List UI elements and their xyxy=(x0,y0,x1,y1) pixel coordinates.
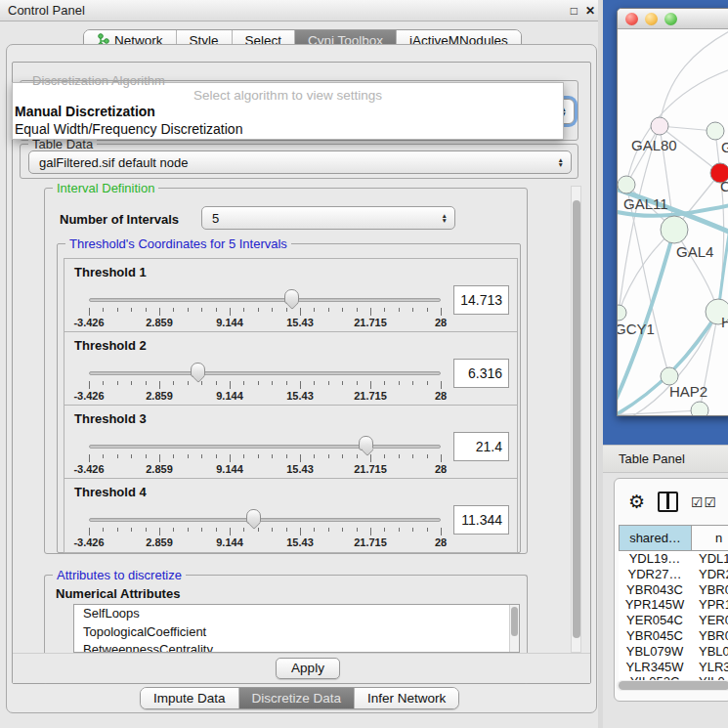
slider-tick-label: 2.859 xyxy=(146,536,173,548)
bottom-tab-label: Impute Data xyxy=(153,691,226,706)
attribute-list-item[interactable]: BetweennessCentrality xyxy=(74,641,519,653)
minimize-traffic-light-icon[interactable] xyxy=(645,13,658,25)
threshold-slider[interactable]: -3.4262.8599.14415.4321.71528 xyxy=(84,433,446,478)
table-horizontal-scroll-thumb[interactable] xyxy=(619,681,728,690)
table-row[interactable]: YDL19…YDL1 xyxy=(619,551,728,567)
slider-track[interactable] xyxy=(89,371,441,375)
table-row[interactable]: YBL079WYBL0 xyxy=(619,644,728,660)
slider-tick xyxy=(272,454,273,458)
bottom-tab-discretize-data[interactable]: Discretize Data xyxy=(239,688,356,708)
slider-tick xyxy=(216,454,217,458)
table-row[interactable]: YDR27…YDR2 xyxy=(619,567,728,582)
apply-button[interactable]: Apply xyxy=(276,658,340,679)
threshold-slider[interactable]: -3.4262.8599.14415.4321.71528 xyxy=(84,286,446,331)
slider-tick xyxy=(146,528,147,532)
table-cell: YBL0 xyxy=(691,644,728,660)
table-cell: YBL079W xyxy=(619,644,691,660)
zoom-traffic-light-icon[interactable] xyxy=(664,13,677,25)
bottom-tab-impute-data[interactable]: Impute Data xyxy=(141,688,239,708)
slider-tick xyxy=(89,528,90,535)
bottom-tab-label: Discretize Data xyxy=(252,691,342,706)
slider-tick xyxy=(399,381,400,385)
network-node[interactable] xyxy=(618,176,635,193)
slider-thumb[interactable] xyxy=(246,509,261,524)
slider-tick xyxy=(370,454,371,462)
table-row[interactable]: YBR045CYBR0 xyxy=(619,628,728,644)
slider-thumb[interactable] xyxy=(191,363,205,377)
slider-tick-label: 21.715 xyxy=(354,317,387,328)
split-columns-icon[interactable] xyxy=(658,492,678,512)
checkbox-columns-icon[interactable]: ☑☑ xyxy=(691,494,717,510)
slider-tick xyxy=(173,308,174,312)
slider-tick xyxy=(342,454,343,458)
slider-tick xyxy=(201,381,202,385)
number-of-intervals-label: Number of Intervals xyxy=(60,212,179,227)
threshold-value-field[interactable]: 6.316 xyxy=(453,359,509,388)
node-table: shared…n YDL19…YDL1YDR27…YDR2YBR043CYBR0… xyxy=(619,525,728,690)
slider-thumb[interactable] xyxy=(359,436,373,450)
slider-track[interactable] xyxy=(89,518,441,522)
threshold-slider[interactable]: -3.4262.8599.14415.4321.71528 xyxy=(84,506,446,551)
network-edge xyxy=(619,230,674,313)
float-window-icon[interactable]: □ xyxy=(571,5,578,17)
network-view-window: GAL80GALCGAL11GAL4GCY1HHAP2 xyxy=(617,8,728,416)
network-node[interactable] xyxy=(707,122,724,140)
slider-tick xyxy=(300,381,301,389)
slider-tick xyxy=(427,528,428,532)
slider-tick xyxy=(272,381,273,385)
bottom-tab-label: Infer Network xyxy=(367,691,446,706)
network-canvas[interactable]: GAL80GALCGAL11GAL4GCY1HHAP2 xyxy=(618,29,728,416)
slider-tick-label: 2.859 xyxy=(146,317,173,328)
slider-tick xyxy=(103,381,104,385)
table-column-header[interactable]: n xyxy=(692,526,728,550)
table-cell: YER054C xyxy=(619,613,691,628)
threshold-value-field[interactable]: 21.4 xyxy=(453,432,509,461)
attribute-list-item[interactable]: TopologicalCoefficient xyxy=(74,623,519,642)
algorithm-option[interactable]: Equal Width/Frequency Discretization xyxy=(13,120,563,138)
table-cell: YDR27… xyxy=(619,567,691,582)
table-column-header[interactable]: shared… xyxy=(620,526,692,550)
numerical-attributes-list[interactable]: SelfLoopsTopologicalCoefficientBetweenne… xyxy=(73,604,520,653)
slider-track[interactable] xyxy=(89,445,441,449)
table-data-group: Table Data galFiltered.sif default node … xyxy=(20,144,578,179)
network-window-titlebar[interactable] xyxy=(618,9,728,29)
table-row[interactable]: YER054CYER0 xyxy=(619,613,728,628)
network-node[interactable] xyxy=(691,402,708,416)
close-traffic-light-icon[interactable] xyxy=(625,13,638,25)
threshold-value-field[interactable]: 14.713 xyxy=(453,285,509,315)
slider-tick-label: 15.43 xyxy=(286,463,314,475)
slider-track[interactable] xyxy=(89,298,441,302)
slider-tick xyxy=(131,528,132,532)
network-node[interactable] xyxy=(618,305,626,321)
table-data-combobox[interactable]: galFiltered.sif default node ▲▼ xyxy=(28,150,572,174)
close-window-icon[interactable]: ✕ xyxy=(585,5,595,17)
slider-tick xyxy=(300,528,301,535)
slider-tick xyxy=(272,528,273,532)
table-row[interactable]: YLR345WYLR3 xyxy=(619,660,728,675)
slider-tick xyxy=(89,308,90,316)
network-node-label: C xyxy=(720,178,728,194)
threshold-slider[interactable]: -3.4262.8599.14415.4321.71528 xyxy=(84,360,446,405)
bottom-tab-infer-network[interactable]: Infer Network xyxy=(355,688,458,708)
slider-tick xyxy=(117,381,118,385)
table-cell: YBR043C xyxy=(619,582,691,598)
number-of-intervals-combobox[interactable]: 5 ▲▼ xyxy=(201,206,455,230)
slider-thumb[interactable] xyxy=(284,289,299,304)
threshold-value-field[interactable]: 11.344 xyxy=(453,505,509,535)
panel-scrollbar[interactable] xyxy=(571,186,581,653)
slider-tick-label: 9.144 xyxy=(216,536,243,548)
network-node[interactable] xyxy=(651,117,668,135)
slider-tick xyxy=(441,308,442,316)
network-node-label: GAL80 xyxy=(631,137,677,153)
slider-tick xyxy=(314,308,315,312)
gear-icon[interactable]: ⚙ xyxy=(628,492,645,511)
table-row[interactable]: YBR043CYBR0 xyxy=(619,582,728,598)
slider-tick xyxy=(328,528,329,532)
table-toolbar: ⚙ ☑☑ xyxy=(615,479,728,525)
algorithm-option[interactable]: Manual Discretization xyxy=(13,103,563,120)
table-horizontal-scrollbar[interactable] xyxy=(617,680,728,691)
network-node[interactable] xyxy=(661,216,688,243)
list-scrollbar[interactable] xyxy=(509,605,519,652)
table-row[interactable]: YPR145WYPR1 xyxy=(619,597,728,613)
attribute-list-item[interactable]: SelfLoops xyxy=(74,605,519,623)
